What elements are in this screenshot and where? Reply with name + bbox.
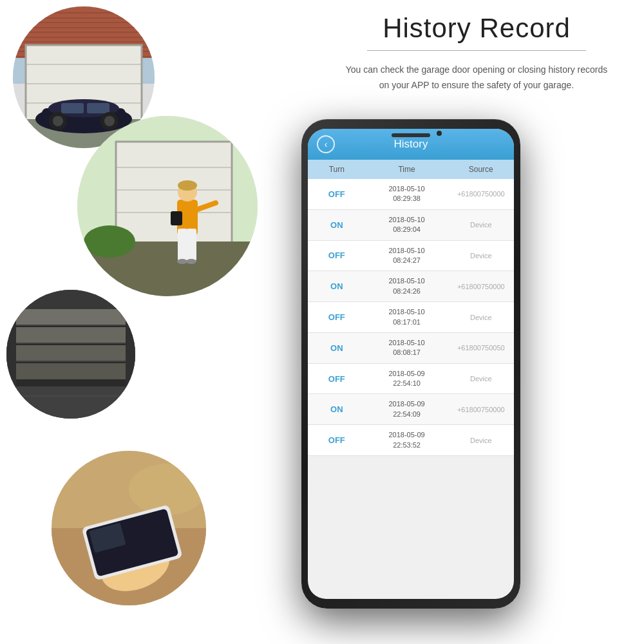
table-row: ON2018-05-1008:08:17+61800750050 [308,333,514,364]
phone-speaker [392,133,430,137]
svg-rect-43 [6,345,135,361]
source-value: +61800750000 [448,406,514,413]
app-screen: ‹ History Turn Time Source OFF2018-05-10… [308,129,514,599]
svg-rect-44 [6,363,135,379]
app-header-title: History [394,138,428,151]
source-value: Device [448,221,514,229]
table-row: OFF2018-05-1008:24:27Device [308,241,514,272]
circle-hand-phone [52,451,206,605]
table-row: ON2018-05-1008:29:04Device [308,210,514,241]
svg-rect-16 [61,103,84,113]
circles-section [0,0,309,644]
time-value: 2018-05-1008:08:17 [366,338,448,358]
source-value: Device [448,252,514,260]
time-value: 2018-05-1008:29:38 [366,184,448,204]
table-header: Turn Time Source [308,160,514,179]
turn-value: ON [308,220,366,230]
turn-value: OFF [308,189,366,199]
svg-rect-23 [116,142,232,245]
table-row: OFF2018-05-1008:17:01Device [308,302,514,333]
svg-rect-17 [87,103,109,113]
back-button[interactable]: ‹ [317,135,335,153]
table-row: OFF2018-05-1008:29:38+61800750000 [308,179,514,210]
table-row: OFF2018-05-0922:53:52Device [308,425,514,456]
svg-point-38 [186,259,196,264]
source-value: +61800750000 [448,283,514,290]
svg-rect-32 [187,229,196,261]
svg-point-34 [178,180,197,191]
turn-value: OFF [308,251,366,260]
phone-outer: ‹ History Turn Time Source OFF2018-05-10… [301,119,520,609]
table-row: ON2018-05-0922:54:09+61800750000 [308,394,514,425]
time-value: 2018-05-1008:17:01 [366,307,448,327]
svg-point-29 [84,225,135,258]
right-section: History Record You can check the garage … [309,0,644,93]
phone-mockup: ‹ History Turn Time Source OFF2018-05-10… [301,119,520,609]
phone-screen: ‹ History Turn Time Source OFF2018-05-10… [308,129,514,599]
turn-value: ON [308,281,366,291]
table-row: OFF2018-05-0922:54:10Device [308,364,514,395]
table-row: ON2018-05-1008:24:26+61800750000 [308,271,514,302]
svg-point-19 [53,116,63,126]
col-header-time: Time [366,165,448,174]
description: You can check the garage door opening or… [309,62,644,93]
table-body: OFF2018-05-1008:29:38+61800750000ON2018-… [308,179,514,599]
time-value: 2018-05-0922:53:52 [366,430,448,450]
circle-woman-garage [77,116,258,296]
svg-rect-36 [171,211,182,225]
svg-point-21 [104,116,115,126]
circle-opening-garage [6,290,135,419]
phone-camera [437,131,442,136]
turn-value: OFF [308,435,366,445]
svg-rect-41 [6,309,135,325]
svg-point-37 [177,259,187,264]
time-value: 2018-05-0922:54:09 [366,399,448,419]
turn-value: ON [308,343,366,353]
title-divider [367,50,586,51]
source-value: Device [448,314,514,321]
svg-rect-51 [126,290,135,419]
source-value: Device [448,375,514,383]
time-value: 2018-05-0922:54:10 [366,369,448,389]
turn-value: OFF [308,374,366,384]
col-header-turn: Turn [308,165,366,174]
time-value: 2018-05-1008:29:04 [366,215,448,235]
col-header-source: Source [448,165,514,174]
source-value: +61800750050 [448,344,514,352]
time-value: 2018-05-1008:24:26 [366,276,448,296]
source-value: +61800750000 [448,190,514,198]
svg-rect-50 [6,290,16,419]
time-value: 2018-05-1008:24:27 [366,246,448,266]
source-value: Device [448,437,514,444]
svg-rect-40 [6,290,135,309]
svg-rect-31 [178,229,187,261]
page-title: History Record [309,13,644,44]
svg-rect-48 [6,386,135,419]
svg-rect-42 [6,327,135,343]
turn-value: ON [308,404,366,414]
turn-value: OFF [308,312,366,322]
